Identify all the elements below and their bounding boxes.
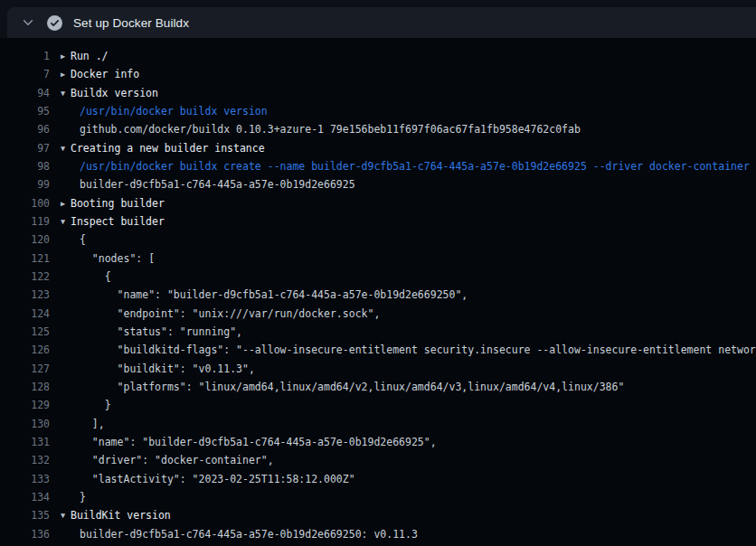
log-line: 95/usr/bin/docker buildx version [0,102,756,120]
line-number[interactable]: 121 [0,249,50,268]
line-number[interactable]: 129 [0,396,50,414]
log-text: "lastActivity": "2023-02-25T11:58:12.000… [80,470,355,488]
log-line: 132 "driver": "docker-container", [0,451,756,469]
log-text: "name": "builder-d9cfb5a1-c764-445a-a57e… [80,433,437,451]
log-group-row[interactable]: 97▼Creating a new builder instance [0,139,756,157]
chevron-expanded-icon[interactable]: ▼ [61,84,71,102]
log-text: } [80,396,111,414]
log-text: "name": "builder-d9cfb5a1-c764-445a-a57e… [80,286,468,304]
line-number[interactable]: 95 [0,102,50,120]
line-number[interactable]: 133 [0,470,50,488]
log-line: 120{ [0,231,756,249]
line-number[interactable]: 97 [0,139,50,157]
chevron-collapsed-icon[interactable]: ▶ [61,47,71,65]
line-number[interactable]: 120 [0,231,50,249]
chevron-expanded-icon[interactable]: ▼ [61,506,71,524]
log-line: 129 } [0,396,756,414]
group-title: Creating a new builder instance [71,139,265,157]
log-group-row[interactable]: 1▶Run ./ [0,47,756,65]
line-number[interactable]: 7 [0,65,50,83]
step-header-container: Set up Docker Buildx [0,0,756,38]
line-number[interactable]: 119 [0,212,50,231]
group-title: Booting builder [71,194,165,212]
line-number[interactable]: 125 [0,323,50,341]
log-group-row[interactable]: 119▼Inspect builder [0,212,756,231]
line-number[interactable]: 123 [0,286,50,304]
group-title: Buildx version [71,84,158,102]
line-number[interactable]: 136 [0,525,50,543]
group-title: BuildKit version [71,506,171,524]
log-text: { [80,231,86,249]
line-number[interactable]: 122 [0,268,50,286]
group-title: Docker info [71,65,139,83]
line-number[interactable]: 132 [0,451,50,469]
line-number[interactable]: 131 [0,433,50,451]
log-text: "endpoint": "unix:///var/run/docker.sock… [80,305,380,323]
log-line: 126 "buildkitd-flags": "--allow-insecure… [0,341,756,359]
log-text: "driver": "docker-container", [80,451,274,469]
log-text: "nodes": [ [80,249,155,268]
chevron-collapsed-icon[interactable]: ▶ [61,65,71,83]
step-header[interactable]: Set up Docker Buildx [7,7,756,38]
line-number[interactable]: 99 [0,175,50,193]
line-number[interactable]: 130 [0,415,50,433]
log-line: 123 "name": "builder-d9cfb5a1-c764-445a-… [0,286,756,304]
log-text: { [80,268,111,286]
log-line: 122 { [0,268,756,286]
log-line: 127 "buildkit": "v0.11.3", [0,360,756,378]
group-title: Inspect builder [71,212,165,231]
log-line: 99builder-d9cfb5a1-c764-445a-a57e-0b19d2… [0,175,756,193]
chevron-expanded-icon[interactable]: ▼ [61,139,71,157]
log-line: 96github.com/docker/buildx 0.10.3+azure-… [0,120,756,138]
log-line: 124 "endpoint": "unix:///var/run/docker.… [0,305,756,323]
log-line: 134} [0,488,756,506]
line-number[interactable]: 135 [0,506,50,524]
log-line: 130 ], [0,415,756,433]
line-number[interactable]: 96 [0,120,50,138]
log-text: builder-d9cfb5a1-c764-445a-a57e-0b19d2e6… [80,175,355,193]
log-viewer: 1▶Run ./7▶Docker info94▼Buildx version95… [0,38,756,546]
log-group-row[interactable]: 135▼BuildKit version [0,506,756,524]
log-line: 128 "platforms": "linux/amd64,linux/amd6… [0,378,756,396]
log-text: /usr/bin/docker buildx version [80,102,268,120]
log-line: 136builder-d9cfb5a1-c764-445a-a57e-0b19d… [0,525,756,543]
log-group-row[interactable]: 94▼Buildx version [0,84,756,102]
log-text: "buildkitd-flags": "--allow-insecure-ent… [80,341,756,359]
log-line: 121 "nodes": [ [0,249,756,268]
collapse-step-button[interactable] [18,13,38,33]
step-title: Set up Docker Buildx [73,16,189,30]
chevron-expanded-icon[interactable]: ▼ [61,212,71,231]
line-number[interactable]: 134 [0,488,50,506]
log-group-row[interactable]: 7▶Docker info [0,65,756,83]
log-line: 133 "lastActivity": "2023-02-25T11:58:12… [0,470,756,488]
log-text: github.com/docker/buildx 0.10.3+azure-1 … [80,120,581,138]
log-text: } [80,488,86,506]
log-text: "buildkit": "v0.11.3", [80,360,255,378]
line-number[interactable]: 128 [0,378,50,396]
log-line: 131 "name": "builder-d9cfb5a1-c764-445a-… [0,433,756,451]
line-number[interactable]: 100 [0,194,50,212]
line-number[interactable]: 124 [0,305,50,323]
log-text: builder-d9cfb5a1-c764-445a-a57e-0b19d2e6… [80,525,418,543]
log-text: /usr/bin/docker buildx create --name bui… [80,157,750,175]
log-text: "platforms": "linux/amd64,linux/amd64/v2… [80,378,624,396]
log-line: 98/usr/bin/docker buildx create --name b… [0,157,756,175]
line-number[interactable]: 126 [0,341,50,359]
log-text: ], [80,415,105,433]
line-number[interactable]: 98 [0,157,50,175]
log-line: 125 "status": "running", [0,323,756,341]
chevron-down-icon [22,16,34,29]
log-group-row[interactable]: 100▶Booting builder [0,194,756,212]
step-success-icon [47,15,62,31]
line-number[interactable]: 127 [0,360,50,378]
log-text: "status": "running", [80,323,242,341]
line-number[interactable]: 94 [0,84,50,102]
chevron-collapsed-icon[interactable]: ▶ [61,194,71,212]
group-title: Run ./ [71,47,109,65]
line-number[interactable]: 1 [0,47,50,65]
